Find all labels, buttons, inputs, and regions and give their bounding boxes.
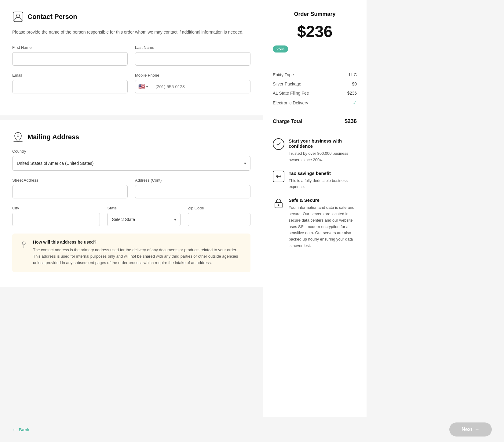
us-flag-icon: 🇺🇸: [138, 83, 145, 90]
feature-confidence-content: Start your business with confidence Trus…: [289, 138, 357, 163]
street-address-group: Street Address: [12, 178, 128, 198]
country-select-wrapper: United States of America (United States)…: [12, 156, 250, 171]
back-arrow-icon: ←: [12, 427, 17, 432]
info-box-content: How will this address be used? The conta…: [33, 240, 243, 266]
charge-divider: [273, 112, 357, 112]
confidence-icon: [273, 138, 284, 150]
contact-person-title: Contact Person: [27, 13, 77, 21]
feature-confidence: Start your business with confidence Trus…: [273, 138, 357, 163]
silver-package-row: Silver Package $0: [273, 82, 357, 86]
zip-group: Zip Code: [188, 206, 250, 226]
features-divider: [273, 132, 357, 132]
charge-total-label: Charge Total: [273, 119, 302, 124]
electronic-delivery-check: ✓: [353, 100, 357, 106]
silver-package-value: $0: [352, 82, 357, 86]
country-group: Country United States of America (United…: [12, 149, 250, 171]
city-label: City: [12, 206, 100, 210]
street-row: Street Address Address (Cont): [12, 178, 250, 198]
feature-tax-content: Tax savings benefit This is a fully dedu…: [289, 171, 357, 190]
state-select-wrapper: Select State ▾: [107, 213, 181, 226]
charge-total-row: Charge Total $236: [273, 118, 357, 125]
country-select[interactable]: United States of America (United States): [12, 156, 250, 171]
street-address-input[interactable]: [12, 185, 128, 198]
feature-secure-text: Your information and data is safe and se…: [289, 205, 357, 249]
state-filing-row: AL State Filing Fee $236: [273, 91, 357, 96]
first-name-group: First Name: [12, 45, 128, 66]
entity-type-value: LLC: [349, 72, 357, 77]
entity-type-row: Entity Type LLC: [273, 72, 357, 77]
country-row: Country United States of America (United…: [12, 149, 250, 171]
feature-confidence-title: Start your business with confidence: [289, 138, 357, 149]
state-label: State: [107, 206, 181, 210]
address-cont-group: Address (Cont): [135, 178, 250, 198]
next-label: Next: [462, 427, 472, 432]
last-name-label: Last Name: [135, 45, 250, 50]
name-row: First Name Last Name: [12, 45, 250, 66]
feature-tax: $ Tax savings benefit This is a fully de…: [273, 171, 357, 190]
state-filing-value: $236: [347, 91, 357, 96]
first-name-input[interactable]: [12, 52, 128, 66]
city-group: City: [12, 206, 100, 226]
country-label: Country: [12, 149, 250, 154]
contact-person-icon: [12, 11, 24, 23]
last-name-group: Last Name: [135, 45, 250, 66]
state-filing-label: AL State Filing Fee: [273, 91, 309, 96]
silver-package-label: Silver Package: [273, 82, 301, 86]
svg-point-7: [278, 205, 279, 206]
charge-total-value: $236: [345, 118, 357, 125]
zip-label: Zip Code: [188, 206, 250, 210]
city-state-zip-row: City State Select State ▾ Zip Code: [12, 206, 250, 226]
email-group: Email: [12, 73, 128, 93]
next-button[interactable]: Next →: [449, 422, 492, 437]
last-name-input[interactable]: [135, 52, 250, 66]
info-box-icon: [20, 240, 28, 266]
feature-tax-text: This is a fully deductible business expe…: [289, 178, 357, 190]
feature-secure: Safe & Secure Your information and data …: [273, 197, 357, 249]
feature-secure-title: Safe & Secure: [289, 197, 357, 203]
mailing-address-title: Mailing Address: [27, 133, 79, 141]
order-amount: $236: [273, 22, 357, 41]
feature-tax-title: Tax savings benefit: [289, 171, 357, 176]
feature-secure-content: Safe & Secure Your information and data …: [289, 197, 357, 249]
first-name-label: First Name: [12, 45, 128, 50]
state-group: State Select State ▾: [107, 206, 181, 226]
contact-section-header: Contact Person: [12, 11, 250, 23]
lock-icon: [273, 197, 284, 209]
back-button[interactable]: ← Back: [12, 427, 30, 432]
phone-input-wrapper: 🇺🇸 ▾: [135, 80, 250, 93]
address-cont-input[interactable]: [135, 185, 250, 198]
email-label: Email: [12, 73, 128, 78]
email-input[interactable]: [12, 80, 128, 93]
entity-type-label: Entity Type: [273, 72, 294, 77]
discount-badge: 25%: [273, 45, 288, 53]
phone-number-input[interactable]: [151, 80, 250, 93]
zip-input[interactable]: [188, 213, 250, 226]
order-divider: [273, 66, 357, 66]
contact-row: Email Mobile Phone 🇺🇸 ▾: [12, 73, 250, 93]
electronic-delivery-row: Electronic Delivery ✓: [273, 100, 357, 106]
svg-point-2: [17, 135, 19, 137]
info-box-title: How will this address be used?: [33, 240, 243, 245]
mailing-section-header: Mailing Address: [12, 131, 250, 143]
street-address-label: Street Address: [12, 178, 128, 183]
phone-dropdown-icon: ▾: [146, 85, 148, 89]
svg-point-4: [24, 247, 24, 248]
phone-group: Mobile Phone 🇺🇸 ▾: [135, 73, 250, 93]
back-label: Back: [19, 427, 30, 432]
address-cont-label: Address (Cont): [135, 178, 250, 183]
state-select[interactable]: Select State: [107, 213, 181, 226]
info-box-text: The contact address is the primary addre…: [33, 247, 243, 266]
address-info-box: How will this address be used? The conta…: [12, 234, 250, 272]
city-input[interactable]: [12, 213, 100, 226]
electronic-delivery-label: Electronic Delivery: [273, 100, 308, 105]
phone-flag-button[interactable]: 🇺🇸 ▾: [135, 80, 151, 93]
mailing-address-section: Mailing Address Country United States of…: [0, 120, 263, 287]
tax-icon: $: [273, 171, 284, 182]
contact-description: Please provide the name of the person re…: [12, 29, 250, 35]
contact-person-section: Contact Person Please provide the name o…: [0, 0, 263, 115]
feature-confidence-text: Trusted by over 800,000 business owners …: [289, 150, 357, 163]
next-arrow-icon: →: [475, 427, 480, 432]
svg-point-3: [22, 242, 25, 245]
svg-point-1: [16, 14, 20, 17]
order-summary-sidebar: Order Summary $236 25% Entity Type LLC S…: [263, 0, 367, 442]
